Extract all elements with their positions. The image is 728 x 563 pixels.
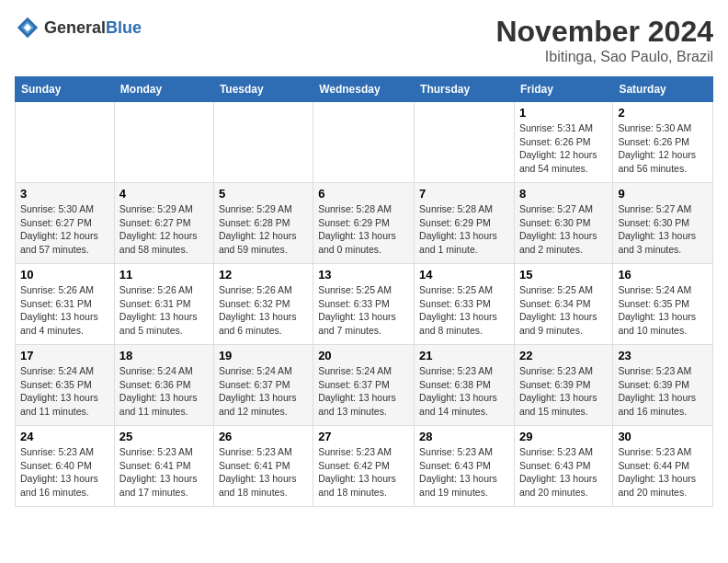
calendar-cell (114, 102, 213, 183)
calendar-cell (313, 102, 415, 183)
day-info: Sunrise: 5:23 AMSunset: 6:39 PMDaylight:… (618, 364, 708, 419)
day-number: 26 (219, 430, 308, 443)
day-number: 28 (419, 430, 509, 443)
day-info: Sunrise: 5:23 AMSunset: 6:40 PMDaylight:… (20, 445, 109, 500)
calendar-cell: 28Sunrise: 5:23 AMSunset: 6:43 PMDayligh… (415, 426, 515, 507)
calendar-table: SundayMondayTuesdayWednesdayThursdayFrid… (15, 76, 713, 507)
calendar-cell: 11Sunrise: 5:26 AMSunset: 6:31 PMDayligh… (114, 264, 213, 345)
day-number: 23 (618, 349, 708, 362)
day-info: Sunrise: 5:30 AMSunset: 6:27 PMDaylight:… (20, 202, 109, 257)
day-info: Sunrise: 5:27 AMSunset: 6:30 PMDaylight:… (519, 202, 608, 257)
day-number: 18 (119, 349, 209, 362)
title-block: November 2024 Ibitinga, Sao Paulo, Brazi… (495, 15, 713, 65)
day-number: 4 (119, 187, 209, 201)
calendar-week-row: 1Sunrise: 5:31 AMSunset: 6:26 PMDaylight… (16, 102, 713, 183)
day-info: Sunrise: 5:30 AMSunset: 6:26 PMDaylight:… (618, 121, 708, 176)
day-info: Sunrise: 5:23 AMSunset: 6:43 PMDaylight:… (419, 445, 509, 500)
day-info: Sunrise: 5:29 AMSunset: 6:28 PMDaylight:… (219, 202, 308, 257)
page-header: GeneralBlue November 2024 Ibitinga, Sao … (15, 15, 713, 65)
logo: GeneralBlue (15, 15, 142, 40)
day-info: Sunrise: 5:24 AMSunset: 6:37 PMDaylight:… (318, 364, 409, 419)
calendar-subtitle: Ibitinga, Sao Paulo, Brazil (495, 49, 713, 65)
calendar-cell: 2Sunrise: 5:30 AMSunset: 6:26 PMDaylight… (613, 102, 713, 183)
calendar-cell: 16Sunrise: 5:24 AMSunset: 6:35 PMDayligh… (613, 264, 713, 345)
day-number: 6 (318, 187, 409, 201)
day-info: Sunrise: 5:24 AMSunset: 6:35 PMDaylight:… (618, 283, 708, 338)
day-info: Sunrise: 5:27 AMSunset: 6:30 PMDaylight:… (618, 202, 708, 257)
calendar-title: November 2024 (495, 15, 713, 49)
day-info: Sunrise: 5:24 AMSunset: 6:37 PMDaylight:… (219, 364, 308, 419)
day-number: 13 (318, 268, 409, 282)
day-info: Sunrise: 5:23 AMSunset: 6:43 PMDaylight:… (519, 445, 608, 500)
calendar-cell: 18Sunrise: 5:24 AMSunset: 6:36 PMDayligh… (114, 345, 213, 426)
calendar-cell: 24Sunrise: 5:23 AMSunset: 6:40 PMDayligh… (16, 426, 115, 507)
calendar-cell: 8Sunrise: 5:27 AMSunset: 6:30 PMDaylight… (514, 183, 612, 264)
day-info: Sunrise: 5:25 AMSunset: 6:33 PMDaylight:… (318, 283, 409, 338)
day-number: 15 (519, 268, 608, 282)
calendar-cell: 3Sunrise: 5:30 AMSunset: 6:27 PMDaylight… (16, 183, 115, 264)
day-number: 7 (419, 187, 509, 201)
day-info: Sunrise: 5:23 AMSunset: 6:41 PMDaylight:… (219, 445, 308, 500)
day-info: Sunrise: 5:25 AMSunset: 6:33 PMDaylight:… (419, 283, 509, 338)
day-info: Sunrise: 5:23 AMSunset: 6:39 PMDaylight:… (519, 364, 608, 419)
day-number: 22 (519, 349, 608, 362)
day-info: Sunrise: 5:26 AMSunset: 6:32 PMDaylight:… (219, 283, 308, 338)
day-number: 30 (618, 430, 708, 443)
day-info: Sunrise: 5:31 AMSunset: 6:26 PMDaylight:… (519, 121, 608, 176)
day-info: Sunrise: 5:23 AMSunset: 6:38 PMDaylight:… (419, 364, 509, 419)
day-info: Sunrise: 5:23 AMSunset: 6:41 PMDaylight:… (119, 445, 209, 500)
calendar-cell: 27Sunrise: 5:23 AMSunset: 6:42 PMDayligh… (313, 426, 415, 507)
day-number: 9 (618, 187, 708, 201)
day-number: 17 (20, 349, 109, 362)
calendar-cell: 9Sunrise: 5:27 AMSunset: 6:30 PMDaylight… (613, 183, 713, 264)
calendar-cell: 22Sunrise: 5:23 AMSunset: 6:39 PMDayligh… (514, 345, 612, 426)
weekday-header-tuesday: Tuesday (213, 77, 313, 102)
day-number: 16 (618, 268, 708, 282)
weekday-header-saturday: Saturday (613, 77, 713, 102)
day-number: 20 (318, 349, 409, 362)
calendar-cell: 23Sunrise: 5:23 AMSunset: 6:39 PMDayligh… (613, 345, 713, 426)
weekday-header-monday: Monday (114, 77, 213, 102)
day-number: 12 (219, 268, 308, 282)
weekday-header-row: SundayMondayTuesdayWednesdayThursdayFrid… (16, 77, 713, 102)
day-number: 2 (618, 106, 708, 120)
day-info: Sunrise: 5:23 AMSunset: 6:42 PMDaylight:… (318, 445, 409, 500)
calendar-week-row: 24Sunrise: 5:23 AMSunset: 6:40 PMDayligh… (16, 426, 713, 507)
weekday-header-wednesday: Wednesday (313, 77, 415, 102)
day-number: 1 (519, 106, 608, 120)
weekday-header-friday: Friday (514, 77, 612, 102)
calendar-cell (213, 102, 313, 183)
day-number: 3 (20, 187, 109, 201)
calendar-cell: 4Sunrise: 5:29 AMSunset: 6:27 PMDaylight… (114, 183, 213, 264)
calendar-cell: 14Sunrise: 5:25 AMSunset: 6:33 PMDayligh… (415, 264, 515, 345)
day-info: Sunrise: 5:24 AMSunset: 6:35 PMDaylight:… (20, 364, 109, 419)
calendar-cell: 13Sunrise: 5:25 AMSunset: 6:33 PMDayligh… (313, 264, 415, 345)
day-info: Sunrise: 5:26 AMSunset: 6:31 PMDaylight:… (20, 283, 109, 338)
calendar-cell: 10Sunrise: 5:26 AMSunset: 6:31 PMDayligh… (16, 264, 115, 345)
calendar-cell (415, 102, 515, 183)
calendar-cell: 30Sunrise: 5:23 AMSunset: 6:44 PMDayligh… (613, 426, 713, 507)
logo-blue: Blue (106, 18, 142, 37)
calendar-cell: 6Sunrise: 5:28 AMSunset: 6:29 PMDaylight… (313, 183, 415, 264)
calendar-cell: 1Sunrise: 5:31 AMSunset: 6:26 PMDaylight… (514, 102, 612, 183)
weekday-header-sunday: Sunday (16, 77, 115, 102)
logo-icon (15, 15, 40, 40)
day-number: 21 (419, 349, 509, 362)
day-number: 10 (20, 268, 109, 282)
calendar-cell: 7Sunrise: 5:28 AMSunset: 6:29 PMDaylight… (415, 183, 515, 264)
calendar-cell: 5Sunrise: 5:29 AMSunset: 6:28 PMDaylight… (213, 183, 313, 264)
day-number: 8 (519, 187, 608, 201)
day-number: 14 (419, 268, 509, 282)
calendar-cell: 29Sunrise: 5:23 AMSunset: 6:43 PMDayligh… (514, 426, 612, 507)
calendar-cell: 19Sunrise: 5:24 AMSunset: 6:37 PMDayligh… (213, 345, 313, 426)
calendar-cell: 17Sunrise: 5:24 AMSunset: 6:35 PMDayligh… (16, 345, 115, 426)
day-info: Sunrise: 5:29 AMSunset: 6:27 PMDaylight:… (119, 202, 209, 257)
day-info: Sunrise: 5:28 AMSunset: 6:29 PMDaylight:… (318, 202, 409, 257)
day-number: 24 (20, 430, 109, 443)
calendar-week-row: 3Sunrise: 5:30 AMSunset: 6:27 PMDaylight… (16, 183, 713, 264)
calendar-cell: 21Sunrise: 5:23 AMSunset: 6:38 PMDayligh… (415, 345, 515, 426)
calendar-week-row: 17Sunrise: 5:24 AMSunset: 6:35 PMDayligh… (16, 345, 713, 426)
calendar-cell: 26Sunrise: 5:23 AMSunset: 6:41 PMDayligh… (213, 426, 313, 507)
day-number: 11 (119, 268, 209, 282)
day-info: Sunrise: 5:23 AMSunset: 6:44 PMDaylight:… (618, 445, 708, 500)
